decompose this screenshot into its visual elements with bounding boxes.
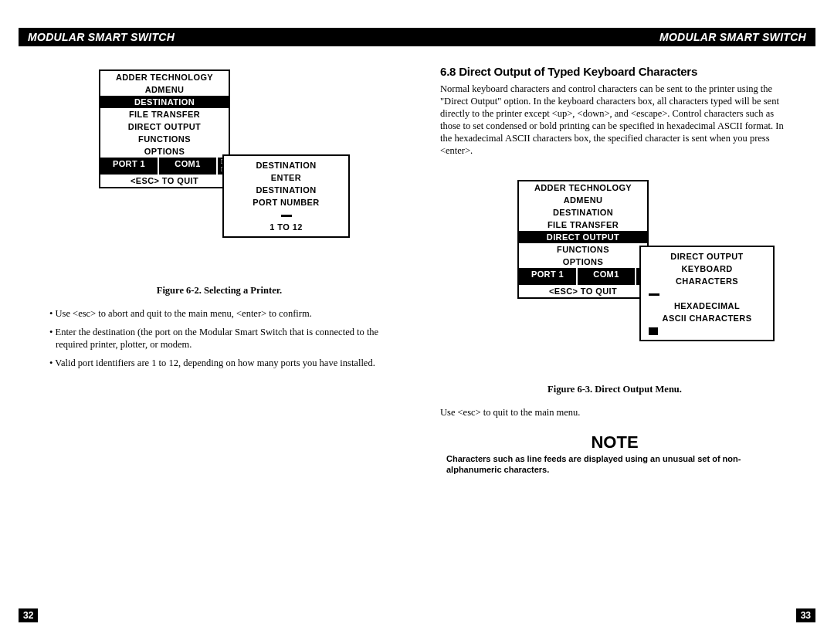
page-header-right: MODULAR SMART SWITCH: [417, 28, 815, 46]
popup2-l2: CHARACTERS: [641, 275, 773, 287]
menu-item-options: OPTIONS: [100, 145, 229, 158]
figure-6-2-diagram: ADDER TECHNOLOGY ADMENU DESTINATION FILE…: [45, 69, 394, 274]
menu-port-row: PORT 1 COM1 □□: [100, 158, 229, 175]
figure-6-3-diagram: ADDER TECHNOLOGY ADMENU DESTINATION FILE…: [440, 172, 789, 373]
menu-item-functions-b: FUNCTIONS: [519, 243, 647, 256]
menu-item-destination-b: DESTINATION: [519, 206, 647, 219]
popup2-l3: HEXADECIMAL: [641, 300, 773, 312]
page-header-left: MODULAR SMART SWITCH: [19, 28, 417, 46]
popup-range: 1 TO 12: [224, 221, 348, 233]
note-head: NOTE: [440, 432, 789, 452]
page-number-right: 33: [796, 608, 815, 622]
menu-item-functions: FUNCTIONS: [100, 133, 229, 145]
admenu-main-box-2: ADDER TECHNOLOGY ADMENU DESTINATION FILE…: [517, 180, 649, 299]
menu-item-direct-output-b: DIRECT OUTPUT: [519, 231, 647, 243]
menu-esc-line-b: <ESC> TO QUIT: [519, 285, 647, 297]
admenu-main-box: ADDER TECHNOLOGY ADMENU DESTINATION FILE…: [99, 69, 230, 188]
menu-port-row-b: PORT 1 COM1 □□: [519, 268, 647, 285]
menu-item-destination: DESTINATION: [100, 96, 229, 108]
popup2-cursor2: [641, 324, 773, 337]
popup-l1: ENTER: [224, 171, 348, 184]
menu-item-direct-output: DIRECT OUTPUT: [100, 120, 229, 133]
port-label: PORT 1: [100, 158, 159, 175]
com-label: COM1: [159, 158, 218, 175]
port-label-b: PORT 1: [519, 268, 578, 285]
popup-l2: DESTINATION: [224, 184, 348, 196]
popup2-cursor1: [641, 287, 773, 300]
bullet-2: Enter the destination (the port on the M…: [45, 326, 394, 351]
destination-popup-box: DESTINATION ENTER DESTINATION PORT NUMBE…: [222, 154, 350, 238]
bullet-3: Valid port identifiers are 1 to 12, depe…: [45, 357, 394, 369]
menu-item-file-transfer: FILE TRANSFER: [100, 108, 229, 120]
figure-6-2-caption: Figure 6-2. Selecting a Printer.: [45, 285, 394, 297]
menu-title-2: ADMENU: [100, 83, 229, 96]
popup-cursor: [224, 208, 348, 221]
post-fig-text: Use <esc> to quit to the main menu.: [440, 406, 789, 419]
section-6-8-para: Normal keyboard characters and control c…: [440, 83, 789, 157]
menu-item-file-transfer-b: FILE TRANSFER: [519, 219, 647, 231]
section-6-8-head: 6.8 Direct Output of Typed Keyboard Char…: [440, 65, 789, 78]
com-label-b: COM1: [578, 268, 636, 285]
popup-l3: PORT NUMBER: [224, 196, 348, 208]
note-body: Characters such as line feeds are displa…: [440, 454, 789, 476]
menu-esc-line: <ESC> TO QUIT: [100, 175, 229, 187]
menu-title-2b: ADMENU: [519, 194, 647, 206]
page-number-left: 32: [19, 608, 38, 622]
popup2-l4: ASCII CHARACTERS: [641, 312, 773, 324]
popup2-title: DIRECT OUTPUT: [641, 250, 773, 263]
popup2-l1: KEYBOARD: [641, 263, 773, 275]
bullet-1: Use <esc> to abort and quit to the main …: [45, 307, 394, 320]
direct-output-popup-box: DIRECT OUTPUT KEYBOARD CHARACTERS HEXADE…: [639, 246, 775, 341]
menu-title-1b: ADDER TECHNOLOGY: [519, 181, 647, 194]
figure-6-3-caption: Figure 6-3. Direct Output Menu.: [440, 384, 789, 395]
menu-title-1: ADDER TECHNOLOGY: [100, 71, 229, 83]
menu-item-options-b: OPTIONS: [519, 256, 647, 268]
popup-title: DESTINATION: [224, 159, 348, 171]
